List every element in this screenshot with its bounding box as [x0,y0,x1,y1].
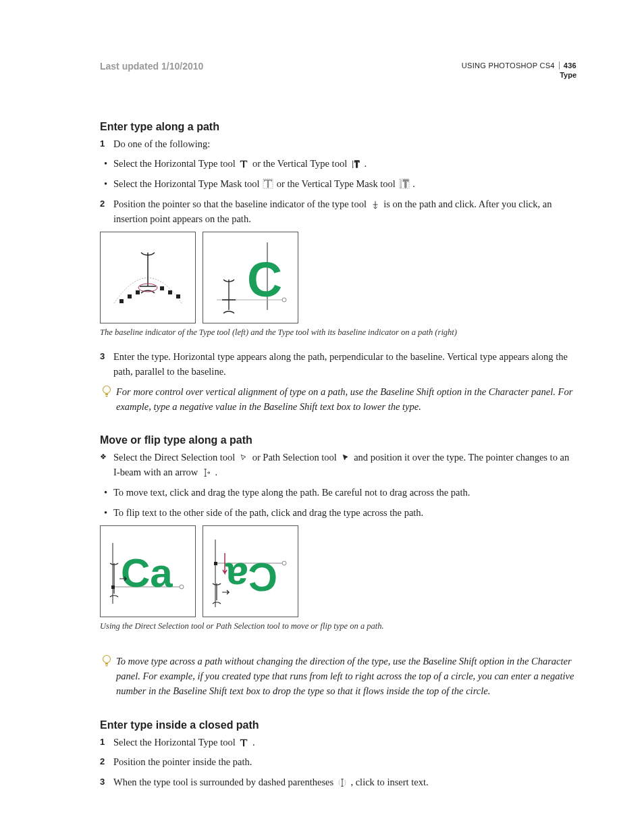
heading-enter-type-path: Enter type along a path [100,121,576,133]
svg-text:C: C [247,253,282,307]
bullet-move-text: To move text, click and drag the type al… [100,486,576,500]
page-content: Last updated 1/10/2010 USING PHOTOSHOP C… [0,0,644,834]
svg-rect-4 [160,286,164,290]
section-name: Type [462,70,576,80]
path-selection-tool-icon [340,452,352,463]
ibeam-arrow-icon [200,467,213,478]
heading-move-flip-type: Move or flip type along a path [100,434,576,446]
figure-1-caption: The baseline indicator of the Type tool … [100,328,576,338]
svg-rect-1 [119,299,124,303]
ibeam-parentheses-icon [336,777,348,788]
lightbulb-icon [101,654,112,673]
step3-1: 1 Select the Horizontal Type tool . [100,735,576,750]
header-right: USING PHOTOSHOP CS4436 Type [462,61,576,80]
figure-baseline-indicator: C [100,232,576,323]
diamond-list-1: Select the Direct Selection tool or Path… [100,450,576,480]
bullet-list-2: To move text, click and drag the type al… [100,486,576,521]
vertical-type-mask-tool-icon [398,178,410,189]
svg-rect-6 [176,294,180,298]
svg-rect-17 [214,562,217,565]
step-list-3: 1 Select the Horizontal Type tool . 2 Po… [100,735,576,790]
figure-move: Ca [100,525,196,617]
figure-flip: Ca [203,525,298,617]
svg-point-12 [180,585,184,589]
horizontal-type-tool-icon [238,159,250,170]
figure-2-caption: Using the Direct Selection tool or Path … [100,621,576,631]
bullet-flip-text: To flip text to the other side of the pa… [100,506,576,521]
vertical-type-tool-icon [350,159,362,170]
step-3: 3 Enter the type. Horizontal type appear… [100,350,576,380]
header: Last updated 1/10/2010 USING PHOTOSHOP C… [100,61,576,80]
tip-move-across-path: To move type across a path without chang… [100,654,576,698]
step-list-1b: 2 Position the pointer so that the basel… [100,197,576,227]
step-list-1c: 3 Enter the type. Horizontal type appear… [100,350,576,380]
page-number: 436 [559,61,576,70]
figure-left [100,232,196,323]
step3-3: 3 When the type tool is surrounded by da… [100,775,576,790]
svg-text:Ca: Ca [225,554,277,600]
step-1: 1 Do one of the following: [100,137,576,152]
bullet-list-1: Select the Horizontal Type tool or the V… [100,157,576,192]
heading-enter-type-closed-path: Enter type inside a closed path [100,719,576,731]
bullet-horizontal-type: Select the Horizontal Type tool or the V… [100,157,576,172]
step3-2: 2 Position the pointer inside the path. [100,755,576,770]
svg-point-9 [282,298,286,302]
svg-rect-5 [168,290,172,294]
svg-rect-3 [136,290,140,294]
baseline-indicator-icon [369,199,381,210]
bullet-type-mask: Select the Horizontal Type Mask tool or … [100,177,576,192]
svg-point-16 [282,561,286,565]
figure-right: C [203,232,298,323]
figure-move-flip: Ca Ca [100,525,576,617]
horizontal-type-tool-icon [238,737,250,748]
svg-text:Ca: Ca [121,550,173,596]
diamond-select-tool: Select the Direct Selection tool or Path… [100,450,576,480]
step-list-1: 1 Do one of the following: [100,137,576,152]
step-2: 2 Position the pointer so that the basel… [100,197,576,227]
tip-baseline-shift: For more control over vertical alignment… [100,385,576,415]
horizontal-type-mask-tool-icon [262,178,274,189]
svg-rect-2 [128,294,132,298]
doc-title: USING PHOTOSHOP CS4 [462,61,555,70]
lightbulb-icon [101,385,112,403]
direct-selection-tool-icon [238,452,250,463]
last-updated: Last updated 1/10/2010 [100,61,203,72]
